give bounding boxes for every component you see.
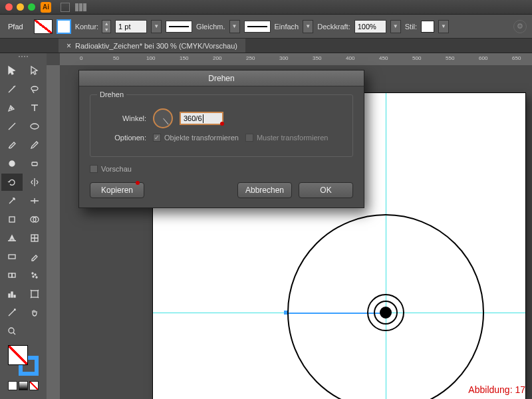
ellipse-tool[interactable]	[24, 118, 45, 135]
angle-dial-icon[interactable]	[153, 108, 173, 128]
magic-wand-tool[interactable]	[1, 80, 23, 98]
svg-rect-10	[9, 273, 12, 277]
angle-input-value: 360/6	[184, 114, 202, 122]
angle-input[interactable]: 360/6	[180, 112, 223, 125]
perspective-grid-tool[interactable]	[1, 229, 23, 247]
width-tool[interactable]	[24, 192, 45, 209]
svg-rect-18	[14, 295, 15, 297]
figure-caption: Abbildung: 17	[468, 384, 525, 395]
opt-transform-objects-label: Objekte transformieren	[164, 134, 239, 142]
angle-label: Winkel:	[100, 114, 146, 122]
gradient-tool[interactable]	[1, 248, 23, 265]
shape-builder-tool[interactable]	[24, 211, 45, 228]
scale-tool[interactable]	[1, 192, 23, 209]
panel-layout-icon[interactable]	[75, 3, 86, 11]
bridge-icon[interactable]	[61, 3, 70, 12]
rotate-tool[interactable]	[1, 174, 23, 191]
blob-brush-tool[interactable]	[1, 155, 23, 172]
rotate-group: Drehen Winkel: 360/6 Optionen: ✓ Objekte…	[90, 94, 353, 157]
panel-menu-icon[interactable]: ⚙	[513, 20, 527, 33]
stroke-cap-sample[interactable]	[166, 21, 192, 33]
checkbox-icon	[245, 134, 253, 142]
stroke-profile-sample[interactable]	[244, 21, 271, 33]
cancel-button-label: Abbrechen	[245, 186, 284, 195]
ruler-tick: 50	[113, 55, 119, 61]
dialog-title: Drehen	[208, 74, 234, 83]
color-mode-solid[interactable]	[8, 381, 17, 390]
dialog-titlebar[interactable]: Drehen	[79, 70, 364, 86]
color-mode-none[interactable]	[29, 381, 39, 390]
selection-tool[interactable]	[1, 62, 23, 79]
document-tab-title: Radioaktiv_Zeichen* bei 300 % (CMYK/Vors…	[75, 42, 237, 50]
lasso-tool[interactable]	[24, 80, 45, 98]
copy-button[interactable]: Kopieren	[90, 182, 144, 198]
reflect-tool[interactable]	[24, 174, 45, 191]
svg-point-14	[33, 276, 34, 277]
symbol-sprayer-tool[interactable]	[24, 267, 45, 284]
ok-button[interactable]: OK	[299, 182, 353, 198]
eyedropper-tool[interactable]	[24, 248, 45, 265]
direct-selection-tool[interactable]	[24, 62, 45, 79]
fill-stroke-indicator[interactable]	[8, 345, 39, 376]
paintbrush-tool[interactable]	[1, 136, 23, 154]
pen-tool[interactable]	[1, 99, 23, 116]
slice-tool[interactable]	[1, 304, 23, 321]
stroke-cap-dropdown[interactable]: ▼	[229, 20, 240, 33]
drawing-dot[interactable]	[380, 307, 392, 319]
opt-transform-patterns[interactable]: Muster transformieren	[245, 134, 329, 142]
stroke-weight-dropdown[interactable]: ▼	[151, 20, 162, 33]
draw-behind-icon[interactable]	[24, 394, 45, 399]
stroke-swatch[interactable]	[57, 19, 71, 34]
cancel-button[interactable]: Abbrechen	[237, 182, 292, 198]
zoom-icon[interactable]	[28, 3, 35, 11]
document-tab-row: × Radioaktiv_Zeichen* bei 300 % (CMYK/Vo…	[0, 39, 532, 53]
ruler-tick: 650	[512, 55, 521, 61]
preview-checkbox[interactable]: Vorschau	[90, 165, 132, 173]
selection-type[interactable]: Pfad	[5, 21, 30, 32]
svg-rect-9	[9, 255, 15, 259]
close-icon[interactable]	[5, 3, 13, 11]
rotate-dialog: Drehen Drehen Winkel: 360/6 Optionen: ✓ …	[78, 70, 364, 208]
pencil-tool[interactable]	[24, 136, 45, 154]
panel-grip[interactable]	[1, 56, 45, 60]
ruler-tick: 150	[180, 55, 188, 61]
opacity-label: Deckkraft:	[317, 23, 350, 31]
style-dropdown[interactable]: ▼	[438, 20, 449, 33]
opt-transform-objects[interactable]: ✓ Objekte transformieren	[153, 134, 239, 142]
ruler-tick: 550	[446, 55, 454, 61]
stroke-weight-field[interactable]: 1 pt	[115, 20, 147, 33]
blend-tool[interactable]	[1, 267, 23, 284]
close-tab-icon[interactable]: ×	[66, 41, 71, 51]
free-transform-tool[interactable]	[1, 211, 23, 228]
svg-rect-17	[11, 292, 13, 297]
column-graph-tool[interactable]	[1, 285, 23, 303]
window-controls[interactable]	[5, 3, 35, 11]
hand-tool[interactable]	[24, 304, 45, 321]
line-tool[interactable]	[1, 118, 23, 135]
fill-swatch[interactable]	[34, 19, 53, 34]
opacity-field[interactable]: 100%	[354, 20, 386, 33]
draw-normal-icon[interactable]	[1, 394, 23, 399]
svg-rect-19	[31, 291, 38, 297]
svg-point-0	[31, 86, 38, 90]
ruler-tick: 100	[146, 55, 155, 61]
ruler-horizontal[interactable]: 050100150200250300350400450500550600650	[60, 53, 532, 65]
minimize-icon[interactable]	[17, 3, 24, 11]
stroke-profile-dropdown[interactable]: ▼	[303, 20, 313, 33]
style-swatch[interactable]	[421, 21, 434, 33]
ruler-tick: 400	[346, 55, 354, 61]
stroke-weight-stepper[interactable]: ▲▼	[102, 20, 111, 33]
fill-color-icon[interactable]	[8, 345, 28, 365]
mac-titlebar: Ai	[0, 0, 532, 15]
ruler-vertical[interactable]	[47, 65, 60, 399]
stroke-cap-label: Gleichm.	[196, 23, 225, 31]
opacity-dropdown[interactable]: ▼	[390, 20, 401, 33]
ruler-tick: 450	[379, 55, 388, 61]
color-mode-gradient[interactable]	[19, 381, 28, 390]
type-tool[interactable]	[24, 99, 45, 116]
zoom-tool[interactable]	[1, 323, 23, 340]
mesh-tool[interactable]	[24, 229, 45, 247]
document-tab[interactable]: × Radioaktiv_Zeichen* bei 300 % (CMYK/Vo…	[59, 39, 245, 53]
eraser-tool[interactable]	[24, 155, 45, 172]
artboard-tool[interactable]	[24, 285, 45, 303]
